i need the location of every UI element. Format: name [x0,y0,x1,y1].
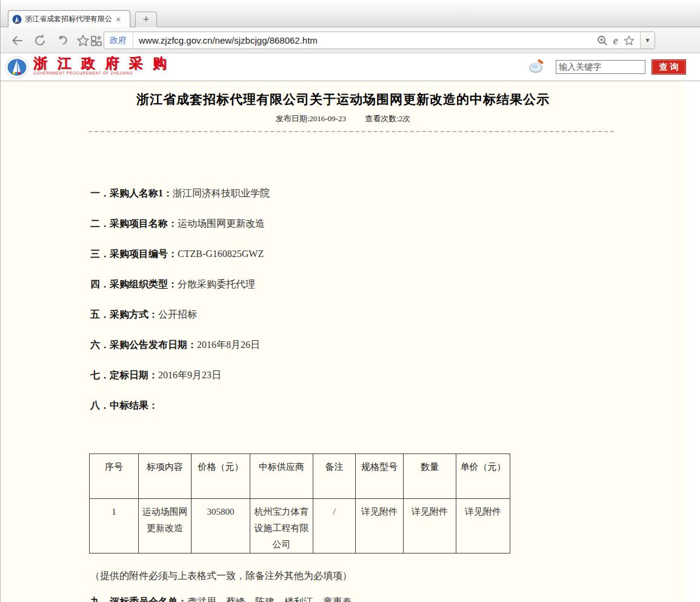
article-title: 浙江省成套招标代理有限公司关于运动场围网更新改造的中标结果公示 [1,91,685,108]
article-meta: 发布日期:2016-09-23 查看次数:2次 [1,113,685,124]
cell-content: 运动场围网更新改造 [139,499,192,554]
tab-close-icon[interactable]: × [116,15,121,24]
item-result-heading: 八．中标结果： [90,398,685,413]
apps-grid-icon[interactable] [89,33,104,48]
site-logo[interactable]: 浙 江 政 府 采 购 GOVERNMENT PROCUREMENT OF ZH… [4,55,170,79]
ie-compat-icon[interactable]: e [613,35,618,47]
col-header: 单价（元） [456,454,510,499]
col-header: 中标供应商 [250,454,313,499]
header-search: 查 询 [528,58,686,75]
divider-dashed [88,131,614,132]
query-button[interactable]: 查 询 [652,59,686,75]
item-project-number: 三．采购项目编号：CTZB-G160825GWZ [90,246,685,261]
tab-bar: 浙江省成套招标代理有限公 × + [1,0,700,27]
undo-history-icon[interactable] [55,33,70,48]
col-header: 价格（元） [192,454,250,499]
keyword-search-input[interactable] [556,60,645,74]
back-icon[interactable] [10,33,25,48]
view-count: 查看次数:2次 [365,114,410,123]
site-logo-title: 浙 江 政 府 采 购 [33,55,170,71]
page-content: 浙江省成套招标代理有限公司关于运动场围网更新改造的中标结果公示 发布日期:201… [1,81,685,602]
table-header-row: 序号 标项内容 价格（元） 中标供应商 备注 规格型号 数量 单价（元） [90,454,510,499]
award-result-table: 序号 标项内容 价格（元） 中标供应商 备注 规格型号 数量 单价（元） 1 运… [89,453,510,554]
bookmark-star-icon[interactable] [623,35,635,47]
col-header: 备注 [313,454,356,499]
site-logo-emblem-icon [4,55,30,79]
col-header: 序号 [90,454,139,499]
site-favicon-icon [12,15,22,24]
browser-toolbar: 政府 www.zjzfcg.gov.cn/new/sjzbcjgg/868062… [1,27,700,53]
site-header: 浙 江 政 府 采 购 GOVERNMENT PROCUREMENT OF ZH… [1,53,700,81]
cell-unit-price: 详见附件 [456,499,510,554]
cell-price: 305800 [192,499,250,554]
cell-qty: 详见附件 [404,499,456,554]
item-award-date: 七．定标日期：2016年9月23日 [90,367,685,383]
url-input[interactable]: www.zjzfcg.gov.cn/new/sjzbcjgg/868062.ht… [133,35,596,45]
zoom-page-icon[interactable] [596,35,608,47]
col-header: 数量 [404,454,456,499]
address-bar[interactable]: 政府 www.zjzfcg.gov.cn/new/sjzbcjgg/868062… [104,32,655,49]
col-header: 标项内容 [139,454,192,499]
col-header: 规格型号 [356,454,404,499]
favorites-star-icon[interactable] [76,33,90,48]
item-project-name: 二．采购项目名称：运动场围网更新改造 [90,216,685,231]
item-purchaser: 一．采购人名称1：浙江同济科技职业学院 [90,186,685,201]
tab-title: 浙江省成套招标代理有限公 [25,14,115,24]
item-committee: 九．评标委员会名单：龚武思，蔡峰，陈建，楼利江，童惠春 [90,596,685,602]
attachment-note: （提供的附件必须与上表格式一致，除备注外其他为必填项） [90,570,685,583]
browser-window: 浙江省成套招标代理有限公 × + 政府 www.zjzfcg.gov.cn [0,0,700,602]
item-announce-date: 六．采购公告发布日期：2016年8月26日 [90,337,685,352]
search-magnifier-icon [528,58,546,75]
publish-date: 发布日期:2016-09-23 [276,114,346,123]
table-row: 1 运动场围网更新改造 305800 杭州宝力体育设施工程有限公司 / 详见附件… [90,499,510,554]
item-method: 五．采购方式：公开招标 [90,307,685,322]
zone-badge: 政府 [104,32,133,48]
browser-tab[interactable]: 浙江省成套招标代理有限公 × [8,10,130,27]
refresh-icon[interactable] [33,33,47,48]
cell-seq: 1 [90,499,139,554]
new-tab-button[interactable]: + [135,12,157,27]
item-org-type: 四．采购组织类型：分散采购委托代理 [90,276,685,292]
announcement-items: 一．采购人名称1：浙江同济科技职业学院 二．采购项目名称：运动场围网更新改造 三… [90,186,685,413]
cell-spec: 详见附件 [356,499,404,554]
cell-remark: / [313,499,356,554]
site-logo-subtitle: GOVERNMENT PROCUREMENT OF ZHEJIANG [33,71,170,75]
address-dropdown-icon[interactable]: ▼ [640,32,655,48]
cell-supplier: 杭州宝力体育设施工程有限公司 [250,499,313,554]
